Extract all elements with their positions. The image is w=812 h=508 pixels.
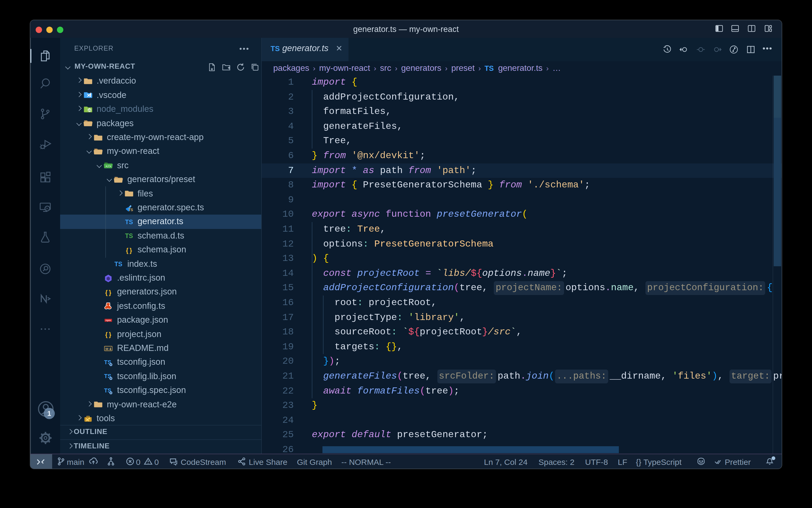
svg-text:TS: TS [125,232,133,239]
svg-text:</>: </> [106,165,111,169]
svg-text:M: M [105,347,108,351]
svg-text:TS: TS [114,261,123,267]
svg-text:{ }: { } [105,289,111,296]
svg-text:npm: npm [106,319,111,322]
svg-text:TS: TS [125,218,133,225]
svg-text:{ }: { } [126,247,132,254]
svg-text:JS: JS [88,109,91,111]
svg-text:TS: TS [128,207,133,212]
svg-text:{ }: { } [105,331,111,338]
